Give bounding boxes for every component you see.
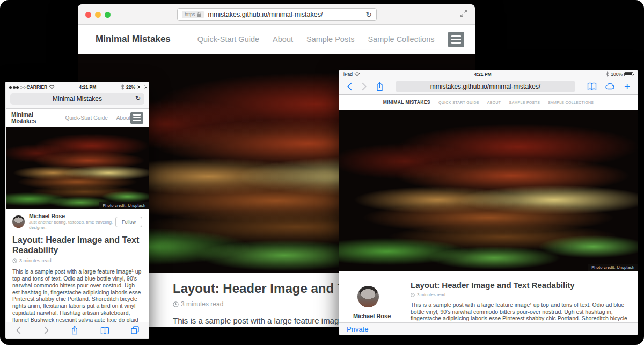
signal-strength-icon [9,84,27,90]
iphone-status-bar: CARRIER 4:21 PM 22% [6,82,149,91]
https-label: https [185,12,195,17]
reading-time: 3 minutes read [181,300,223,308]
author-name: Michael Rose [29,213,115,220]
photo-credit: Photo credit: Unsplash [588,264,638,271]
post-paragraph: This is a sample post with a large featu… [12,268,142,322]
clock-icon [12,258,17,263]
nav-link-about[interactable]: About [487,100,501,104]
zoom-window-button[interactable] [105,12,111,18]
reading-time: 3 minutes read [19,258,52,263]
battery-icon [137,85,145,89]
share-icon[interactable] [71,326,78,335]
ipad-toolbar: mmistakes.github.io/minimal-mistakes/ + [339,78,638,95]
author-card: Michael Rose Just another boring, tattoo… [353,277,411,322]
feature-image: Photo credit: Unsplash [6,127,149,209]
bookmarks-icon[interactable] [587,82,597,90]
ipad-status-bar: iPad 4:21 PM 100% [339,70,638,78]
post-title: Layout: Header Image and Text Readabilit… [12,235,142,255]
nav-link-sample-posts[interactable]: Sample Posts [306,35,354,44]
page-title: Minimal Mistakes [53,95,102,103]
icloud-tabs-icon[interactable] [605,83,616,90]
nav-link-about[interactable]: About [273,35,293,44]
address-bar[interactable]: https mmistakes.github.io/minimal-mistak… [177,8,377,21]
close-window-button[interactable] [85,12,91,18]
ipad-address-bar[interactable]: mmistakes.github.io/minimal-mistakes/ [396,81,575,92]
iphone-url-row: Minimal Mistakes ↻ [6,91,149,109]
clock-icon [173,301,179,307]
reading-time: 3 minutes read [417,292,445,297]
follow-button[interactable]: Follow [115,217,142,227]
post-meta: 3 minutes read [411,292,636,297]
iphone-address-bar[interactable]: Minimal Mistakes ↻ [10,93,144,105]
device-label: iPad [343,71,353,77]
site-brand-link[interactable]: Minimal Mistakes [383,99,430,105]
wifi-icon [354,72,360,76]
forward-icon[interactable] [43,326,49,334]
status-time: 4:21 PM [55,84,121,90]
iphone-site-nav: Minimal Mistakes Quick-Start Guide About [6,109,149,127]
lock-icon [197,12,201,17]
nav-link-quick-start-guide[interactable]: Quick-Start Guide [65,115,107,121]
feature-image: Photo credit: Unsplash [339,110,638,271]
carrier-label: CARRIER [27,84,48,90]
window-controls [85,12,111,18]
wifi-icon [49,85,55,89]
reload-icon[interactable]: ↻ [135,95,141,102]
private-toggle[interactable]: Private [347,325,368,333]
nav-link-sample-collections[interactable]: Sample Collections [548,100,594,104]
iphone-bottom-toolbar [6,322,149,338]
nav-link-about[interactable]: About [116,115,130,121]
https-badge: https [182,11,204,18]
desktop-site-nav: Minimal Mistakes Quick-Start Guide About… [78,25,475,54]
iphone-frame: CARRIER 4:21 PM 22% Minimal Mistakes ↻ M… [5,82,149,339]
battery-icon [624,72,633,76]
status-time: 4:21 PM [360,71,605,77]
browser-chrome: https mmistakes.github.io/minimal-mistak… [78,4,475,25]
menu-toggle-button[interactable] [448,32,464,47]
ipad-frame: iPad 4:21 PM 100% mmistakes.github.io/mi… [339,70,638,335]
iphone-article: Michael Rose Just another boring, tattoo… [6,208,149,322]
private-bar: Private [339,322,638,335]
site-brand-link[interactable]: Minimal Mistakes [96,34,171,45]
ipad-article: Michael Rose Just another boring, tattoo… [339,271,638,322]
composite-canvas: https mmistakes.github.io/minimal-mistak… [0,0,644,345]
battery-percent: 100% [611,71,623,77]
author-bio: Just another boring, tattooed, time trav… [29,220,115,231]
bookmarks-icon[interactable] [100,327,109,334]
share-icon[interactable] [376,82,384,91]
forward-icon[interactable] [361,82,367,91]
post-title: Layout: Header Image and Text Readabilit… [411,281,636,290]
nav-link-quick-start-guide[interactable]: Quick-Start Guide [197,35,259,44]
nav-link-sample-collections[interactable]: Sample Collections [368,35,434,44]
tabs-icon[interactable] [131,326,139,334]
url-text: mmistakes.github.io/minimal-mistakes/ [430,83,540,90]
battery-percent: 22% [126,84,135,90]
site-brand-link[interactable]: Minimal Mistakes [11,111,52,124]
avatar [357,286,379,307]
menu-toggle-button[interactable] [130,112,143,124]
bluetooth-icon [605,71,609,77]
reload-icon[interactable]: ↻ [365,10,372,19]
author-card: Michael Rose Just another boring, tattoo… [12,213,142,231]
post-meta: 3 minutes read [12,258,142,263]
url-text: mmistakes.github.io/minimal-mistakes/ [208,11,366,18]
minimize-window-button[interactable] [95,12,101,18]
ipad-site-nav: Minimal Mistakes Quick-Start Guide About… [339,95,638,110]
avatar [12,215,25,228]
author-name: Michael Rose [353,313,411,320]
nav-link-sample-posts[interactable]: Sample Posts [509,100,540,104]
fullscreen-icon[interactable] [460,10,467,17]
nav-link-quick-start-guide[interactable]: Quick-Start Guide [438,100,479,104]
clock-icon [411,293,415,297]
bluetooth-icon [121,84,125,90]
back-icon[interactable] [16,326,21,334]
post-paragraph: This is a sample post with a large featu… [411,301,636,322]
back-icon[interactable] [347,82,353,91]
